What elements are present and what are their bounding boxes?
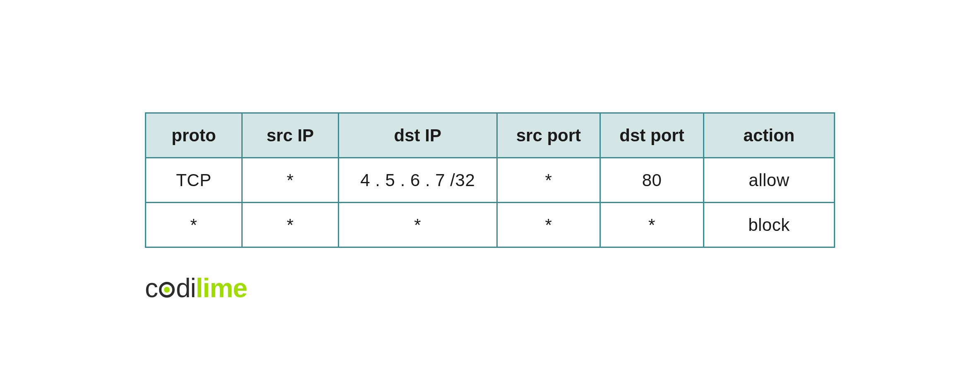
codilime-logo: cdilime	[145, 273, 835, 303]
cell-dst-port: *	[600, 203, 704, 247]
cell-dst-port: 80	[600, 158, 704, 203]
table-row: TCP * 4 . 5 . 6 . 7 /32 * 80 allow	[146, 158, 835, 203]
table-row: * * * * * block	[146, 203, 835, 247]
header-dst-ip: dst IP	[338, 113, 497, 158]
header-dst-port: dst port	[600, 113, 704, 158]
cell-src-ip: *	[242, 203, 338, 247]
firewall-rules-table: proto src IP dst IP src port dst port ac…	[145, 112, 835, 248]
header-src-ip: src IP	[242, 113, 338, 158]
cell-action: block	[703, 203, 834, 247]
diagram-container: proto src IP dst IP src port dst port ac…	[0, 63, 980, 303]
cell-dst-ip: 4 . 5 . 6 . 7 /32	[338, 158, 497, 203]
header-src-port: src port	[497, 113, 600, 158]
logo-text-di: di	[176, 273, 196, 303]
cell-src-ip: *	[242, 158, 338, 203]
logo-o-icon	[158, 281, 176, 299]
cell-src-port: *	[497, 158, 600, 203]
logo-text-lime: lime	[196, 273, 247, 303]
cell-src-port: *	[497, 203, 600, 247]
table-header-row: proto src IP dst IP src port dst port ac…	[146, 113, 835, 158]
svg-point-1	[164, 287, 170, 293]
cell-proto: TCP	[146, 158, 242, 203]
logo-text-c: c	[145, 273, 158, 303]
cell-action: allow	[703, 158, 834, 203]
header-action: action	[703, 113, 834, 158]
header-proto: proto	[146, 113, 242, 158]
cell-dst-ip: *	[338, 203, 497, 247]
cell-proto: *	[146, 203, 242, 247]
